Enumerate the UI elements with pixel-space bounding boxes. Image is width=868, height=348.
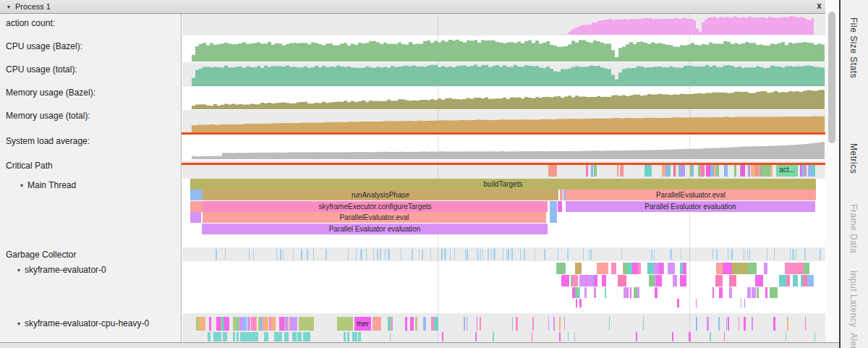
flame-bar[interactable]: skyframeExecutor.configureTargets [203, 201, 548, 212]
trace-sliver [597, 263, 608, 274]
trace-sliver [728, 249, 729, 260]
trace-sliver [773, 287, 775, 298]
trace-sliver [442, 332, 443, 341]
trace-sliver [445, 249, 446, 260]
flame-bar[interactable]: buildTargets [190, 179, 816, 190]
trace-sliver [690, 164, 693, 177]
flame-bar[interactable]: Parallel Evaluator evaluation [202, 224, 548, 234]
track-label-cpu-total: CPU usage (total): [6, 64, 77, 75]
trace-sliver [738, 263, 748, 274]
track-label-skyframe-evaluator-cpu-heavy-0[interactable]: ▾skyframe-evaluator-cpu-heavy-0 [17, 318, 149, 328]
horizontal-scrollbar[interactable] [0, 342, 839, 348]
tab-file-size-stats[interactable]: File Size Stats [848, 17, 859, 78]
process-header[interactable]: ▾ Process 1 x [0, 0, 825, 14]
collapse-arrow-icon[interactable]: ▾ [17, 267, 20, 273]
trace-sliver [388, 249, 388, 260]
trace-sliver [362, 249, 362, 260]
flame-bar[interactable]: ParallelEvaluator.eval [203, 212, 546, 223]
trace-sliver [233, 332, 235, 341]
trace-sliver [681, 164, 685, 177]
trace-sliver [242, 317, 247, 331]
vertical-scrollbar-thumb[interactable] [828, 12, 835, 143]
flame-bar[interactable]: ParallelEvaluator.eval [566, 190, 816, 200]
trace-sliver [467, 249, 468, 260]
trace-sliver [548, 164, 557, 177]
trace-sliver [630, 287, 632, 298]
trace-sliver [223, 332, 226, 341]
track-label-mem-total: Memory usage (total): [6, 111, 90, 121]
trace-sliver [807, 275, 813, 287]
trace-sliver [337, 317, 353, 331]
trace-sliver [512, 317, 513, 331]
trace-sliver [644, 164, 647, 177]
trace-sliver [508, 249, 509, 260]
trace-sliver [790, 249, 791, 260]
trace-sliver [422, 249, 423, 260]
track-label-panel: action count: CPU usage (Bazel): CPU usa… [0, 13, 182, 342]
trace-sliver [535, 249, 536, 260]
collapse-arrow-icon[interactable]: ▾ [17, 321, 20, 327]
collapse-arrow-icon[interactable]: ▾ [20, 182, 23, 189]
trace-sliver [412, 249, 413, 260]
trace-sliver [506, 249, 507, 260]
flame-bar[interactable]: act... [776, 164, 798, 177]
trace-sliver [348, 249, 349, 260]
trace-sliver [276, 249, 278, 260]
trace-sliver [579, 275, 586, 287]
trace-sliver [579, 299, 582, 307]
tab-alerts[interactable]: Alerts [848, 333, 859, 348]
trace-sliver [812, 164, 815, 177]
trace-sliver [624, 287, 628, 298]
trace-sliver [574, 332, 576, 341]
trace-sliver [467, 317, 468, 331]
trace-sliver [564, 317, 565, 331]
trace-sliver [550, 201, 557, 212]
trace-sliver [279, 317, 283, 331]
trace-sliver [634, 287, 637, 298]
tab-metrics[interactable]: Metrics [848, 143, 859, 174]
track-label-main-thread[interactable]: ▾Main Thread [20, 180, 76, 190]
vertical-scrollbar[interactable] [825, 0, 839, 342]
flame-bar[interactable]: Parallel Evaluator evaluation [566, 201, 815, 212]
trace-sliver [441, 249, 443, 260]
trace-sliver [726, 317, 727, 331]
collapse-arrow-icon[interactable]: ▾ [7, 4, 10, 10]
trace-sliver [260, 317, 263, 331]
trace-sliver [651, 249, 652, 260]
trace-sliver [430, 249, 431, 260]
trace-sliver [493, 332, 494, 341]
trace-sliver [366, 249, 367, 260]
trace-sliver [649, 275, 655, 287]
trace-sliver [477, 317, 477, 331]
tab-frame-data[interactable]: Frame Data [848, 204, 859, 253]
trace-sliver [584, 287, 587, 298]
trace-sliver [672, 332, 673, 341]
flame-bar[interactable]: mer [354, 317, 371, 331]
timeline-canvas[interactable]: act... buildTargetsrunAnalysisPhaseParal… [190, 0, 825, 342]
trace-sliver [814, 332, 815, 341]
trace-sliver [787, 275, 790, 287]
close-icon[interactable]: x [817, 1, 822, 11]
trace-sliver [775, 287, 778, 298]
track-label-skyframe-evaluator-0[interactable]: ▾skyframe-evaluator-0 [17, 265, 106, 275]
trace-sliver [643, 317, 644, 331]
trace-sliver [560, 317, 561, 331]
trace-sliver [385, 249, 386, 260]
trace-sliver [770, 164, 773, 177]
trace-sliver [805, 263, 810, 274]
cpu-usage-total-chart [190, 63, 825, 86]
trace-sliver [415, 317, 417, 331]
trace-sliver [390, 332, 391, 341]
trace-sliver [278, 332, 283, 341]
trace-sliver [216, 332, 221, 341]
trace-sliver [774, 249, 775, 260]
track-label-cpu-bazel: CPU usage (Bazel): [6, 41, 82, 51]
tab-input-latency[interactable]: Input Latency [848, 271, 859, 328]
trace-sliver [636, 332, 637, 341]
trace-sliver [796, 249, 796, 260]
trace-sliver [285, 317, 289, 331]
trace-sliver [190, 212, 201, 223]
trace-sliver [589, 249, 590, 260]
flame-bar[interactable]: runAnalysisPhase [203, 190, 558, 200]
trace-sliver [723, 263, 732, 274]
